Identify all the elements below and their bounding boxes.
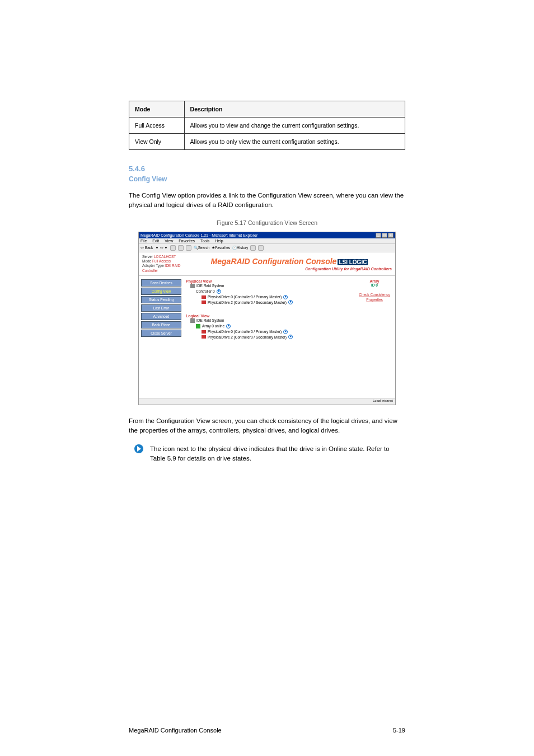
tree-controller[interactable]: Controller 0 bbox=[196, 289, 215, 294]
menu-view[interactable]: View bbox=[165, 239, 173, 243]
refresh-icon[interactable] bbox=[178, 245, 184, 251]
app-title: MegaRAID Configuration ConsoleLSI LOGIC … bbox=[187, 257, 392, 271]
paragraph: The Config View option provides a link t… bbox=[129, 191, 405, 210]
array-icon bbox=[196, 324, 200, 328]
logical-view-label: Logical View bbox=[186, 314, 352, 318]
online-icon bbox=[283, 330, 288, 334]
disk-icon bbox=[202, 295, 206, 299]
online-icon bbox=[288, 335, 293, 339]
status-bar: Local intranet bbox=[139, 398, 395, 405]
cell-mode: Full Access bbox=[129, 118, 185, 134]
table-header-mode: Mode bbox=[129, 101, 185, 118]
logical-tree: IDE Raid System Array 0 online PhysicalD… bbox=[190, 318, 352, 340]
window-title: MegaRAID Configuration Console 1.21 - Mi… bbox=[140, 233, 376, 237]
menu-edit[interactable]: Edit bbox=[152, 239, 159, 243]
section-title: Config View bbox=[129, 175, 405, 183]
disk-icon bbox=[202, 300, 206, 304]
figure-caption: Figure 5.17 Configuration View Screen bbox=[129, 219, 405, 226]
sidebar-item-config-view[interactable]: Config View bbox=[141, 288, 181, 295]
disk-icon bbox=[202, 330, 206, 334]
cell-desc: Allows you to only view the current conf… bbox=[184, 134, 405, 150]
properties-link[interactable]: Properties bbox=[355, 298, 394, 302]
right-panel: Array ID 0 Check Consistency Properties bbox=[354, 276, 395, 403]
table-row: View Only Allows you to only view the cu… bbox=[129, 134, 405, 150]
footer-right: 5-19 bbox=[393, 727, 405, 734]
menubar: File Edit View Favorites Tools Help bbox=[139, 238, 395, 244]
sidebar-item-status-pending[interactable]: Status Pending bbox=[141, 296, 181, 303]
toolbar-back[interactable]: ⇦ Back bbox=[140, 246, 153, 250]
tree-pdrive2[interactable]: PhysicalDrive 2 (Controller0 / Secondary… bbox=[208, 300, 287, 306]
online-icon bbox=[226, 324, 231, 328]
minimize-button[interactable]: _ bbox=[376, 233, 381, 238]
home-icon[interactable] bbox=[186, 245, 191, 251]
menu-help[interactable]: Help bbox=[215, 239, 223, 243]
host-info: Server LOCALHOST Mode Full Access Adapte… bbox=[142, 255, 187, 274]
toolbar-history[interactable]: 🕘History bbox=[232, 246, 248, 250]
tree-ldrive0[interactable]: PhysicalDrive 0 (Controller0 / Primary M… bbox=[208, 329, 282, 335]
print-icon[interactable] bbox=[258, 245, 264, 251]
sidebar-item-back-plane[interactable]: Back Plane bbox=[141, 321, 181, 328]
tree-pdrive0[interactable]: PhysicalDrive 0 (Controller0 / Primary M… bbox=[208, 294, 282, 300]
sidebar: Scan Devices Config View Status Pending … bbox=[139, 276, 184, 403]
toolbar-forward[interactable]: ▼ ⇨ ▼ bbox=[155, 246, 167, 250]
tree-lsystem[interactable]: IDE Raid System bbox=[196, 318, 224, 323]
menu-favorites[interactable]: Favorites bbox=[179, 239, 195, 243]
note-icon bbox=[134, 444, 143, 453]
toolbar: ⇦ Back ▼ ⇨ ▼ 🔍Search ★Favorites 🕘History bbox=[139, 244, 395, 252]
main-panel: Physical View IDE Raid System Controller… bbox=[184, 276, 354, 403]
table-header-description: Description bbox=[184, 101, 405, 118]
disk-icon bbox=[202, 335, 206, 339]
online-icon bbox=[288, 300, 293, 304]
toolbar-search[interactable]: 🔍Search bbox=[194, 246, 210, 250]
check-consistency-link[interactable]: Check Consistency bbox=[355, 293, 394, 297]
toolbar-favorites[interactable]: ★Favorites bbox=[212, 246, 230, 250]
menu-tools[interactable]: Tools bbox=[200, 239, 209, 243]
server-icon bbox=[190, 284, 195, 288]
maximize-button[interactable]: □ bbox=[382, 233, 387, 238]
sidebar-item-advanced[interactable]: Advanced bbox=[141, 313, 181, 320]
cell-mode: View Only bbox=[129, 134, 185, 150]
app-header: Server LOCALHOST Mode Full Access Adapte… bbox=[139, 252, 395, 276]
note-block: The icon next to the physical drive indi… bbox=[134, 444, 405, 463]
physical-view-label: Physical View bbox=[186, 279, 352, 283]
menu-file[interactable]: File bbox=[140, 239, 147, 243]
tree-array[interactable]: Array 0 online bbox=[202, 323, 224, 329]
note-text: The icon next to the physical drive indi… bbox=[150, 444, 405, 463]
sidebar-item-close-server[interactable]: Close Server bbox=[141, 330, 181, 337]
array-label: Array bbox=[355, 279, 394, 283]
table-row: Full Access Allows you to view and chang… bbox=[129, 118, 405, 134]
cell-desc: Allows you to view and change the curren… bbox=[184, 118, 405, 134]
paragraph: From the Configuration View screen, you … bbox=[129, 416, 405, 436]
physical-tree: IDE Raid System Controller 0 PhysicalDri… bbox=[190, 283, 352, 305]
sidebar-item-last-error[interactable]: Last Error bbox=[141, 304, 181, 312]
server-icon bbox=[190, 318, 195, 323]
sidebar-item-scan-devices[interactable]: Scan Devices bbox=[141, 279, 181, 287]
stop-icon[interactable] bbox=[170, 245, 176, 251]
array-id: ID 0 bbox=[355, 283, 394, 287]
mail-icon[interactable] bbox=[250, 245, 256, 251]
section-number: 5.4.6 bbox=[129, 165, 405, 173]
access-mode-table: Mode Description Full Access Allows you … bbox=[129, 101, 405, 150]
footer-left: MegaRAID Configuration Console bbox=[129, 727, 222, 734]
online-icon bbox=[283, 295, 288, 299]
online-icon bbox=[217, 289, 221, 294]
status-intranet: Local intranet bbox=[373, 399, 393, 402]
tree-ldrive2[interactable]: PhysicalDrive 2 (Controller0 / Secondary… bbox=[208, 335, 287, 340]
window-titlebar: MegaRAID Configuration Console 1.21 - Mi… bbox=[139, 232, 395, 238]
figure-screenshot: MegaRAID Configuration Console 1.21 - Mi… bbox=[138, 232, 396, 405]
close-button[interactable]: × bbox=[388, 233, 394, 238]
tree-system[interactable]: IDE Raid System bbox=[196, 283, 224, 289]
